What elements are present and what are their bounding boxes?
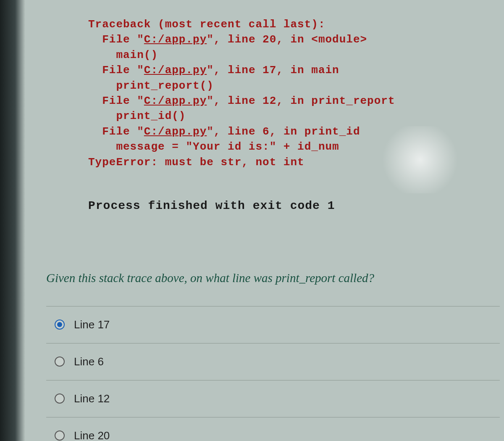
frame-file-link[interactable]: C:/app.py [144, 64, 207, 77]
option-line-20[interactable]: Line 20 [46, 417, 500, 441]
frame-code: print_report() [88, 79, 214, 92]
traceback-block: Traceback (most recent call last): File … [88, 17, 500, 170]
frame-file-prefix: File " [88, 125, 144, 138]
frame-file-suffix: ", line 20, in <module> [207, 33, 367, 46]
screen-edge-gradient [0, 0, 25, 441]
page-content: Traceback (most recent call last): File … [38, 17, 500, 441]
frame-file-prefix: File " [88, 33, 144, 46]
process-exit-line: Process finished with exit code 1 [88, 199, 500, 212]
traceback-error: TypeError: must be str, not int [88, 156, 304, 169]
answer-options: Line 17 Line 6 Line 12 Line 20 [46, 306, 500, 441]
radio-icon [55, 393, 65, 404]
frame-code: message = "Your id is:" + id_num [88, 140, 339, 153]
option-line-6[interactable]: Line 6 [46, 343, 500, 380]
question-text: Given this stack trace above, on what li… [46, 271, 500, 285]
frame-file-prefix: File " [88, 95, 144, 107]
option-label: Line 20 [74, 429, 110, 441]
frame-code: main() [88, 49, 158, 61]
frame-file-link[interactable]: C:/app.py [144, 33, 207, 46]
radio-icon [55, 320, 65, 330]
frame-file-link[interactable]: C:/app.py [144, 95, 207, 107]
option-line-12[interactable]: Line 12 [46, 380, 500, 417]
option-label: Line 17 [74, 318, 110, 331]
radio-icon [55, 430, 65, 441]
traceback-header: Traceback (most recent call last): [88, 18, 326, 31]
frame-code: print_id() [88, 110, 186, 122]
frame-file-suffix: ", line 6, in print_id [207, 125, 360, 138]
frame-file-prefix: File " [88, 64, 144, 77]
option-label: Line 6 [74, 355, 104, 368]
frame-file-link[interactable]: C:/app.py [144, 125, 207, 138]
option-line-17[interactable]: Line 17 [46, 306, 500, 343]
frame-file-suffix: ", line 12, in print_report [207, 95, 395, 107]
radio-icon [55, 356, 65, 367]
frame-file-suffix: ", line 17, in main [207, 64, 339, 77]
option-label: Line 12 [74, 392, 110, 405]
